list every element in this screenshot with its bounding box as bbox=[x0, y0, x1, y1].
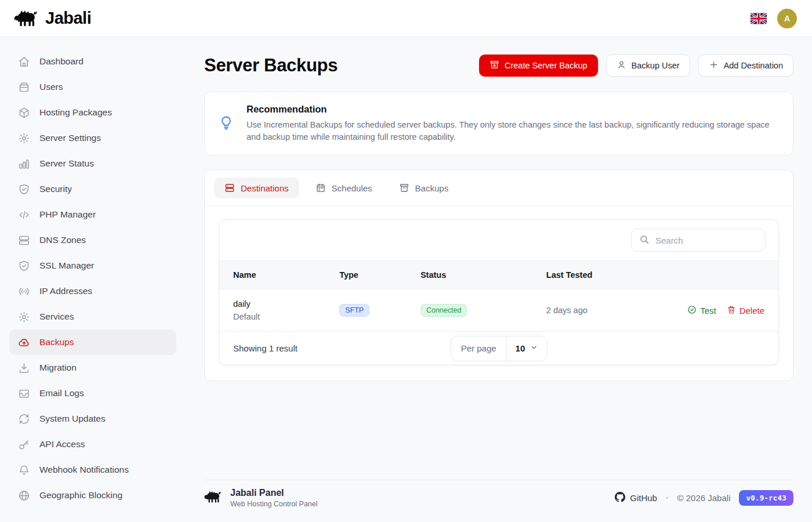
lightbulb-icon bbox=[219, 115, 234, 132]
check-circle-icon bbox=[687, 305, 697, 316]
recommendation-card: Recommendation Use Incremental Backups f… bbox=[204, 92, 793, 155]
per-page-value: 10 bbox=[516, 343, 525, 353]
boar-logo-icon bbox=[14, 9, 39, 28]
user-avatar[interactable]: A bbox=[777, 9, 797, 28]
per-page-select[interactable]: 10 bbox=[507, 336, 547, 361]
create-server-backup-label: Create Server Backup bbox=[505, 61, 588, 70]
code-icon bbox=[17, 208, 30, 221]
sidebar-item-api-access[interactable]: API Access bbox=[9, 432, 176, 457]
sidebar-item-ip-addresses[interactable]: IP Addresses bbox=[9, 278, 176, 304]
sidebar-item-server-status[interactable]: Server Status bbox=[9, 151, 176, 176]
tab-bar: DestinationsSchedulesBackups bbox=[205, 170, 793, 206]
sidebar-item-webhook-notifications[interactable]: Webhook Notifications bbox=[9, 457, 176, 483]
footer-copyright: © 2026 Jabali bbox=[677, 493, 731, 503]
archive-box-icon bbox=[399, 183, 409, 193]
delete-label: Delete bbox=[740, 306, 764, 316]
server-stack-icon bbox=[17, 234, 30, 246]
add-destination-label: Add Destination bbox=[724, 61, 783, 70]
create-server-backup-button[interactable]: Create Server Backup bbox=[479, 55, 598, 77]
tab-label: Destinations bbox=[241, 183, 289, 193]
delete-action[interactable]: Delete bbox=[727, 305, 764, 316]
backup-user-button[interactable]: Backup User bbox=[606, 55, 690, 77]
page-footer: Jabali Panel Web Hosting Control Panel G… bbox=[204, 480, 793, 522]
github-link[interactable]: GitHub bbox=[615, 492, 657, 504]
status-badge: Connected bbox=[420, 304, 467, 317]
sidebar-item-label: PHP Manager bbox=[39, 209, 96, 220]
sidebar-item-label: Security bbox=[39, 184, 72, 194]
sidebar-item-dns-zones[interactable]: DNS Zones bbox=[9, 227, 176, 253]
sidebar-item-label: Services bbox=[39, 311, 74, 322]
sidebar-item-hosting-packages[interactable]: Hosting Packages bbox=[9, 100, 176, 125]
gear-icon bbox=[17, 132, 30, 144]
sidebar-item-services[interactable]: Services bbox=[9, 304, 176, 329]
tab-destinations[interactable]: Destinations bbox=[214, 177, 299, 198]
version-badge: v0.9-rc43 bbox=[739, 490, 793, 506]
sidebar-item-label: API Access bbox=[39, 439, 85, 449]
server-stack-icon bbox=[224, 183, 235, 193]
tab-label: Backups bbox=[415, 183, 449, 193]
sidebar-item-email-logs[interactable]: Email Logs bbox=[9, 380, 176, 406]
sidebar-item-ssl-manager[interactable]: SSL Manager bbox=[9, 253, 176, 278]
footer-separator: • bbox=[666, 494, 669, 502]
sidebar-item-dashboard[interactable]: Dashboard bbox=[9, 49, 176, 74]
home-icon bbox=[17, 55, 30, 68]
sidebar-item-security[interactable]: Security bbox=[9, 176, 176, 202]
language-flag-uk[interactable] bbox=[751, 13, 767, 24]
add-destination-button[interactable]: Add Destination bbox=[698, 55, 793, 77]
sidebar-item-label: Migration bbox=[39, 362, 77, 373]
per-page-label: Per page bbox=[451, 336, 507, 361]
test-action[interactable]: Test bbox=[687, 305, 716, 316]
sidebar-item-migration[interactable]: Migration bbox=[9, 355, 176, 380]
sidebar-item-label: Server Status bbox=[39, 158, 94, 169]
sidebar-item-system-updates[interactable]: System Updates bbox=[9, 406, 176, 432]
bar-chart-icon bbox=[17, 157, 30, 170]
sidebar-item-label: DNS Zones bbox=[39, 235, 86, 245]
col-status: Status bbox=[407, 261, 532, 289]
trash-icon bbox=[727, 305, 736, 316]
chevron-down-icon bbox=[530, 343, 538, 353]
type-badge: SFTP bbox=[339, 304, 369, 317]
github-icon bbox=[615, 492, 625, 504]
download-tray-icon bbox=[17, 361, 30, 374]
search-input[interactable] bbox=[655, 235, 757, 245]
tab-schedules[interactable]: Schedules bbox=[305, 177, 383, 198]
refresh-icon bbox=[17, 412, 30, 425]
archive-download-icon bbox=[490, 60, 499, 71]
search-box bbox=[631, 229, 766, 252]
table-row: dailyDefaultSFTPConnected2 days agoTestD… bbox=[219, 289, 778, 332]
sidebar-nav: DashboardUsersHosting PackagesServer Set… bbox=[0, 37, 186, 522]
sidebar-item-label: Webhook Notifications bbox=[39, 465, 129, 475]
calendar-icon bbox=[316, 183, 326, 193]
search-icon bbox=[639, 234, 650, 246]
sidebar-item-label: SSL Manager bbox=[39, 260, 94, 271]
globe-icon bbox=[17, 489, 30, 502]
sidebar-item-label: Geographic Blocking bbox=[39, 490, 122, 501]
sidebar-item-geographic-blocking[interactable]: Geographic Blocking bbox=[9, 483, 176, 508]
github-label: GitHub bbox=[630, 493, 657, 503]
col-last-tested: Last Tested bbox=[532, 261, 666, 289]
cloud-upload-icon bbox=[17, 336, 30, 349]
sidebar-item-php-manager[interactable]: PHP Manager bbox=[9, 202, 176, 227]
footer-tagline: Web Hosting Control Panel bbox=[230, 500, 318, 508]
tab-backups[interactable]: Backups bbox=[389, 177, 459, 198]
sidebar-item-server-settings[interactable]: Server Settings bbox=[9, 125, 176, 151]
shield-check-icon bbox=[17, 183, 30, 195]
brand-logo[interactable]: Jabali bbox=[14, 9, 91, 28]
sidebar-item-users[interactable]: Users bbox=[9, 74, 176, 100]
top-bar: Jabali A bbox=[0, 0, 812, 37]
sidebar-item-label: Hosting Packages bbox=[39, 107, 112, 118]
last-tested-value: 2 days ago bbox=[532, 289, 666, 332]
page-title: Server Backups bbox=[204, 55, 338, 76]
test-label: Test bbox=[700, 306, 716, 316]
shield-check-icon bbox=[17, 259, 30, 272]
footer-brand: Jabali Panel bbox=[230, 488, 318, 498]
tab-label: Schedules bbox=[332, 183, 372, 193]
drawer-icon bbox=[17, 81, 30, 93]
col-type: Type bbox=[325, 261, 407, 289]
brand-name: Jabali bbox=[45, 9, 91, 28]
sidebar-item-label: Email Logs bbox=[39, 388, 84, 398]
boar-footer-icon bbox=[204, 490, 223, 506]
backup-user-label: Backup User bbox=[632, 61, 680, 70]
sidebar-item-backups[interactable]: Backups bbox=[9, 329, 176, 355]
package-icon bbox=[17, 106, 30, 119]
